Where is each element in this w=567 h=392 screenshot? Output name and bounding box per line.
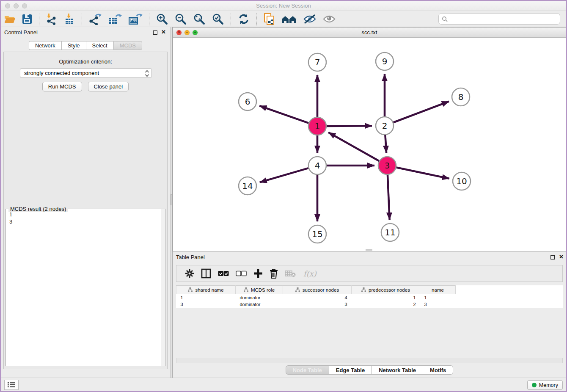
svg-text:11: 11 [385,227,395,237]
graph-node-3[interactable]: 3 [378,157,396,174]
edge-1-6[interactable] [259,106,308,123]
tab-network[interactable]: Network [29,41,61,50]
refresh-layout-icon[interactable] [237,13,250,25]
task-history-button[interactable] [4,380,19,390]
edge-3-1[interactable] [328,133,379,161]
table-cell[interactable]: 3 [420,301,456,308]
table-cell[interactable]: 3 [176,301,236,308]
toolbar-separator [82,13,82,25]
zoom-out-icon[interactable] [174,13,187,25]
control-panel-tabs: Network Style Select MCDS [1,41,170,50]
toggle-panel-columns-icon[interactable] [201,268,211,279]
search-input[interactable] [450,16,560,22]
select-all-checks-icon[interactable] [218,271,229,276]
result-scrollbar[interactable] [161,209,165,366]
dropdown-stepper-icon [145,70,149,78]
criterion-dropdown[interactable]: strongly connected component [20,68,152,78]
edge-2-3[interactable] [385,135,386,153]
float-panel-icon[interactable] [153,30,157,35]
main-titlebar: Session: New Session [1,1,566,11]
svg-text:7: 7 [315,57,320,67]
column-header-name[interactable]: name [420,286,456,294]
table-row[interactable]: 3dominator323 [176,301,563,308]
edge-1-2[interactable] [327,126,372,126]
delete-table-icon [285,270,296,277]
close-panel-icon[interactable]: ✕ [161,29,166,35]
table-cell[interactable]: dominator [236,294,283,301]
tab-mcds[interactable]: MCDS [113,41,142,50]
export-network-icon[interactable] [88,13,102,25]
table-cell[interactable]: 1 [420,294,456,301]
tab-edge-table[interactable]: Edge Table [329,365,372,375]
column-header-successor-nodes[interactable]: successor nodes [283,286,352,294]
edge-2-8[interactable] [394,102,449,123]
tab-network-table[interactable]: Network Table [372,365,423,375]
import-network-icon[interactable] [46,13,58,25]
zoom-selected-icon[interactable] [212,13,224,25]
table-row[interactable]: 1dominator411 [176,294,563,301]
show-all-icon[interactable] [322,14,336,25]
graph-node-11[interactable]: 11 [381,224,399,241]
table-panel-header: Table Panel ✕ [173,252,566,263]
column-header-predecessor-nodes[interactable]: predecessor nodes [352,286,420,294]
network-window-title: scc.txt [173,29,566,36]
network-graph[interactable]: 7968124314101511 [173,38,566,251]
graph-node-15[interactable]: 15 [308,225,326,243]
splitter-grip[interactable] [171,194,172,205]
table-cell[interactable]: 1 [352,294,420,301]
save-session-icon[interactable] [22,14,33,25]
hide-selected-icon[interactable] [303,14,317,25]
memory-label: Memory [539,382,558,388]
svg-text:8: 8 [458,92,464,102]
run-mcds-button[interactable]: Run MCDS [42,82,82,91]
graph-node-9[interactable]: 9 [376,52,394,70]
window-title: Session: New Session [1,3,566,9]
export-table-icon[interactable] [108,13,122,25]
column-header-shared-name[interactable]: shared name [176,286,236,294]
tab-node-table[interactable]: Node Table [286,365,329,375]
open-file-icon[interactable] [4,13,16,25]
zoom-in-icon[interactable] [156,13,168,25]
delete-columns-icon[interactable] [270,269,278,279]
new-network-from-selection-icon[interactable] [263,13,275,25]
tab-motifs[interactable]: Motifs [423,365,453,375]
column-type-icon [361,287,366,292]
export-image-icon[interactable] [128,13,143,25]
mcds-result-area[interactable]: 1 3 [6,209,165,366]
network-window-titlebar[interactable]: ✕ − + scc.txt [173,28,566,38]
table-cell[interactable]: 3 [283,301,352,308]
first-neighbors-icon[interactable] [281,13,297,25]
table-cell[interactable]: 2 [352,301,420,308]
float-table-panel-icon[interactable] [550,255,555,259]
table-settings-icon[interactable] [185,269,194,278]
graph-node-2[interactable]: 2 [376,117,394,135]
zoom-fit-icon[interactable] [193,13,206,25]
graph-node-4[interactable]: 4 [308,157,326,174]
edge-3-10[interactable] [396,168,449,179]
criterion-value: strongly connected component [24,70,99,76]
graph-node-1[interactable]: 1 [308,117,326,135]
tab-style[interactable]: Style [61,41,86,50]
graph-node-10[interactable]: 10 [453,172,471,190]
graph-node-8[interactable]: 8 [452,88,470,106]
table-cell[interactable]: 1 [176,294,236,301]
add-column-icon[interactable] [253,269,263,278]
graph-node-7[interactable]: 7 [308,53,326,71]
graph-node-6[interactable]: 6 [239,93,256,110]
table-cell[interactable]: dominator [236,301,283,308]
deselect-all-checks-icon[interactable] [236,271,247,276]
edge-3-11[interactable] [388,175,390,220]
table-cell[interactable]: 4 [283,294,352,301]
toolbar-separator [231,13,231,25]
table-horizontal-scrollbar[interactable] [176,358,563,363]
graph-node-14[interactable]: 14 [239,177,256,195]
column-header-mcds-role[interactable]: MCDS role [236,286,283,294]
tab-select[interactable]: Select [86,41,113,50]
close-table-panel-icon[interactable]: ✕ [559,254,564,260]
memory-button[interactable]: Memory [527,380,563,390]
close-panel-button[interactable]: Close panel [88,82,129,91]
window-resize-handle[interactable] [366,249,372,251]
edge-4-14[interactable] [260,168,308,182]
network-canvas[interactable]: 7968124314101511 [173,38,566,251]
import-table-icon[interactable] [63,13,75,25]
